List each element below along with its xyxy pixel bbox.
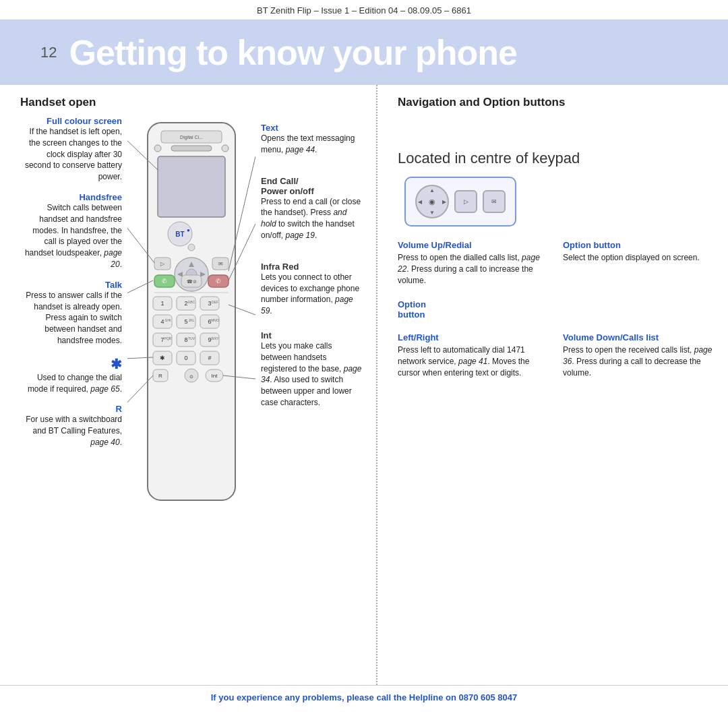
nav-item-option-side: Optionbutton xyxy=(398,299,549,322)
svg-text:WXY: WXY xyxy=(211,336,219,340)
option-btn-1-icon: ▷ xyxy=(464,198,468,205)
svg-point-10 xyxy=(188,244,195,251)
label-text-infra-red: Lets you connect to other devices to exc… xyxy=(261,272,363,317)
label-text-handsfree: Switch calls between handset and handsfr… xyxy=(20,202,122,270)
nav-center: ◉ xyxy=(429,198,435,206)
top-bar: BT Zenith Flip – Issue 1 – Edition 04 – … xyxy=(0,0,728,20)
svg-text:Digital Cl...: Digital Cl... xyxy=(180,135,203,140)
nav-circle: ◉ ▲ ▼ ◀ ▶ xyxy=(415,185,449,218)
header-band: 12 Getting to know your phone xyxy=(0,20,728,85)
label-title-handsfree: Handsfree xyxy=(20,192,122,202)
nav-right: ▶ xyxy=(442,199,446,205)
nav-text-volume-down: Press to open the received calls list, p… xyxy=(563,344,715,378)
svg-text:DEF: DEF xyxy=(212,300,218,304)
svg-text:BT: BT xyxy=(175,231,184,238)
option-btn-2-icon: ✉ xyxy=(491,198,497,205)
label-talk: Talk Press to answer calls if the handse… xyxy=(20,280,122,347)
svg-text:●: ● xyxy=(187,227,190,233)
svg-point-5 xyxy=(222,145,229,152)
svg-text:✆: ✆ xyxy=(216,278,221,284)
svg-text:▷: ▷ xyxy=(160,261,165,267)
svg-text:TUV: TUV xyxy=(188,336,195,340)
label-title-int: Int xyxy=(261,330,363,340)
label-title-full-colour-screen: Full colour screen xyxy=(20,116,122,126)
right-panel: Navigation and Option buttons Located in… xyxy=(377,85,728,685)
svg-text:ABC: ABC xyxy=(188,300,195,304)
label-handsfree: Handsfree Switch calls between handset a… xyxy=(20,192,122,270)
svg-text:0: 0 xyxy=(184,355,187,361)
nav-item-left-right-row: Left/Right Press left to automatically d… xyxy=(398,332,715,378)
label-title-infra-red: Infra Red xyxy=(261,262,363,272)
page-title: Getting to know your phone xyxy=(69,32,516,73)
svg-text:☎⊘: ☎⊘ xyxy=(187,279,197,284)
svg-text:1: 1 xyxy=(160,300,164,307)
nav-title-option-top: Option button xyxy=(563,240,715,250)
label-end-call: End Call/Power on/off Press to end a cal… xyxy=(261,176,363,241)
nav-text-option-top: Select the option displayed on screen. xyxy=(563,252,715,264)
left-panel: Handset open Full colour screen If the h… xyxy=(0,85,377,685)
option-btn-2: ✉ xyxy=(483,190,506,213)
nav-title-volume-down: Volume Down/Calls list xyxy=(563,332,715,342)
label-full-colour-screen: Full colour screen If the handset is lef… xyxy=(20,116,122,183)
svg-text:5: 5 xyxy=(184,318,187,325)
label-int: Int Lets you make calls between handsets… xyxy=(261,330,363,409)
nav-title-option-side: Optionbutton xyxy=(398,299,549,320)
svg-text:⊙: ⊙ xyxy=(189,374,193,379)
svg-point-4 xyxy=(154,145,161,152)
nav-down: ▼ xyxy=(429,210,435,216)
nav-text-volume-up: Press to open the dialled calls list, pa… xyxy=(398,252,549,286)
svg-text:4: 4 xyxy=(160,318,164,325)
svg-text:✱: ✱ xyxy=(160,355,165,361)
keypad-diagram: ◉ ▲ ▼ ◀ ▶ ▷ ✉ xyxy=(404,177,715,227)
label-text-r: For use with a switchboard and BT Callin… xyxy=(20,414,122,448)
nav-title-volume-up: Volume Up/Redial xyxy=(398,240,549,250)
footer-bar: If you experience any problems, please c… xyxy=(0,685,728,709)
footer-phone: 0870 605 8047 xyxy=(458,692,517,702)
nav-item-left-right: Left/Right Press left to automatically d… xyxy=(398,332,549,378)
nav-up: ▲ xyxy=(429,187,435,193)
nav-item-volume-up: Volume Up/Redial Press to open the diall… xyxy=(398,240,549,286)
label-title-star: ✱ xyxy=(20,356,122,372)
svg-text:8: 8 xyxy=(184,336,187,343)
located-title: Located in centre of keypad xyxy=(398,150,715,167)
phone-diagram-area: Full colour screen If the handset is lef… xyxy=(20,116,363,522)
label-title-end-call: End Call/Power on/off xyxy=(261,176,363,196)
svg-text:MNO: MNO xyxy=(211,318,219,322)
content-area: Handset open Full colour screen If the h… xyxy=(0,85,728,685)
label-star: ✱ Used to change the dial mode if requir… xyxy=(20,356,122,395)
top-bar-text: BT Zenith Flip – Issue 1 – Edition 04 – … xyxy=(257,5,471,16)
svg-text:3: 3 xyxy=(208,300,211,307)
label-text-int: Lets you make calls between handsets reg… xyxy=(261,340,363,409)
label-title-r: R xyxy=(20,404,122,414)
left-labels: Full colour screen If the handset is lef… xyxy=(20,116,127,522)
svg-text:2: 2 xyxy=(184,300,187,307)
label-infra-red: Infra Red Lets you connect to other devi… xyxy=(261,262,363,317)
keypad-sim: ◉ ▲ ▼ ◀ ▶ ▷ ✉ xyxy=(404,177,516,227)
label-text-star: Used to change the dial mode if required… xyxy=(20,372,122,395)
label-text-talk: Press to answer calls if the handset is … xyxy=(20,290,122,347)
svg-text:GHI: GHI xyxy=(165,318,171,322)
option-btn-1: ▷ xyxy=(454,190,477,213)
right-section-title: Navigation and Option buttons xyxy=(398,96,715,109)
svg-rect-3 xyxy=(171,146,212,151)
right-labels: Text Opens the text messaging menu, page… xyxy=(255,116,363,522)
label-r: R For use with a switchboard and BT Call… xyxy=(20,404,122,448)
nav-grid: Volume Up/Redial Press to open the diall… xyxy=(398,240,715,379)
svg-text:Int: Int xyxy=(212,373,218,379)
svg-text:PQR: PQR xyxy=(164,336,172,340)
label-text-text: Opens the text messaging menu, page 44. xyxy=(261,133,363,156)
label-title-talk: Talk xyxy=(20,280,122,290)
label-text-btn: Text Opens the text messaging menu, page… xyxy=(261,123,363,156)
svg-text:JKL: JKL xyxy=(189,318,195,322)
label-text-full-colour-screen: If the handset is left open, the screen … xyxy=(20,126,122,183)
label-title-text: Text xyxy=(261,123,363,133)
nav-text-left-right: Press left to automatically dial 1471 ne… xyxy=(398,344,549,378)
nav-title-left-right: Left/Right xyxy=(398,332,549,342)
svg-text:#: # xyxy=(208,355,211,361)
nav-bottom-grid: Left/Right Press left to automatically d… xyxy=(398,332,715,378)
svg-rect-6 xyxy=(158,156,225,217)
page-number: 12 xyxy=(40,44,57,61)
phone-svg-container: Digital Cl... BT ● xyxy=(127,116,255,522)
footer-text: If you experience any problems, please c… xyxy=(211,692,459,702)
left-section-title: Handset open xyxy=(20,96,363,109)
